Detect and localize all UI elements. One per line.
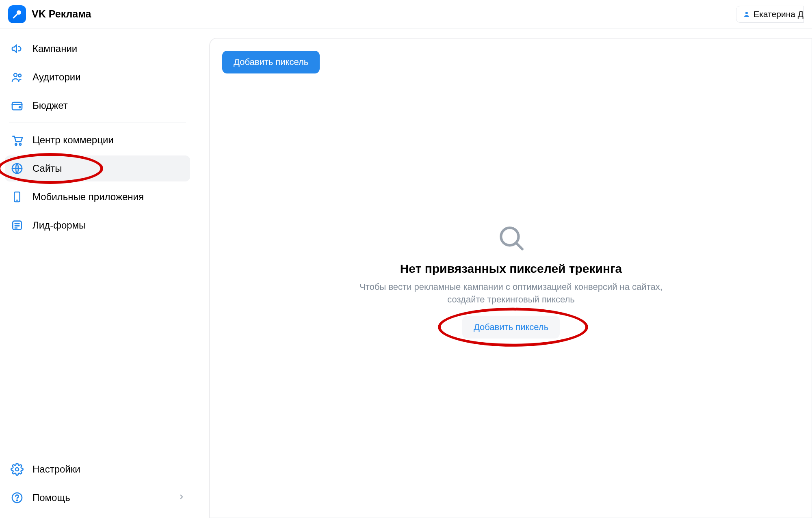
svg-point-17 (17, 500, 17, 501)
globe-icon (10, 161, 24, 176)
sidebar-item-mobile-apps[interactable]: Мобильные приложения (5, 184, 190, 210)
sidebar-item-budget[interactable]: Бюджет (5, 93, 190, 119)
svg-point-7 (19, 144, 21, 145)
help-icon (10, 490, 24, 505)
sidebar-item-label: Бюджет (32, 100, 68, 111)
svg-point-5 (19, 106, 20, 108)
sidebar-item-help[interactable]: Помощь (5, 485, 190, 511)
svg-point-15 (15, 468, 19, 471)
brand-title: VK Реклама (32, 8, 91, 20)
form-icon (10, 218, 24, 233)
add-pixel-secondary-button[interactable]: Добавить пиксель (462, 316, 560, 339)
sidebar-item-label: Помощь (32, 492, 70, 503)
sidebar-item-label: Сайты (32, 163, 62, 174)
sidebar-item-label: Настройки (32, 464, 80, 475)
sidebar-item-campaigns[interactable]: Кампании (5, 36, 190, 62)
sidebar-item-label: Центр коммерции (32, 134, 114, 146)
svg-point-6 (15, 144, 17, 145)
user-icon (743, 11, 750, 18)
svg-point-2 (14, 73, 17, 77)
empty-state: Нет привязанных пикселей трекинга Чтобы … (353, 222, 669, 339)
sidebar-item-label: Кампании (32, 43, 77, 54)
empty-state-description: Чтобы вести рекламные кампании с оптимиз… (353, 280, 669, 306)
chevron-right-icon (178, 493, 185, 502)
wallet-icon (10, 98, 24, 113)
sidebar-item-label: Мобильные приложения (32, 191, 144, 203)
brand-logo-icon (8, 5, 26, 23)
svg-point-1 (745, 12, 748, 14)
svg-point-3 (18, 74, 21, 77)
sidebar: Кампании Аудитории Бюджет (0, 28, 195, 518)
megaphone-icon (10, 41, 24, 56)
empty-state-title: Нет привязанных пикселей трекинга (400, 261, 622, 275)
mobile-icon (10, 190, 24, 204)
sidebar-item-commerce-center[interactable]: Центр коммерции (5, 127, 190, 153)
search-icon (496, 222, 526, 254)
sidebar-item-lead-forms[interactable]: Лид-формы (5, 212, 190, 238)
topbar: VK Реклама Екатерина Д (0, 0, 812, 28)
svg-rect-4 (12, 102, 22, 110)
sidebar-item-label: Аудитории (32, 71, 81, 83)
user-account-chip[interactable]: Екатерина Д (736, 6, 804, 23)
sidebar-divider (9, 123, 186, 123)
brand[interactable]: VK Реклама (8, 5, 91, 23)
svg-line-19 (516, 243, 522, 249)
sidebar-item-label: Лид-формы (32, 220, 86, 231)
main-content: Добавить пиксель Нет привязанных пикселе… (195, 28, 812, 518)
sidebar-item-audiences[interactable]: Аудитории (5, 64, 190, 90)
users-icon (10, 70, 24, 84)
cart-icon (10, 133, 24, 147)
gear-icon (10, 462, 24, 477)
sidebar-item-sites[interactable]: Сайты (5, 155, 190, 181)
user-name: Екатерина Д (754, 9, 803, 19)
content-card: Добавить пиксель Нет привязанных пикселе… (210, 38, 812, 518)
sidebar-item-settings[interactable]: Настройки (5, 456, 190, 482)
add-pixel-button[interactable]: Добавить пиксель (222, 51, 320, 73)
